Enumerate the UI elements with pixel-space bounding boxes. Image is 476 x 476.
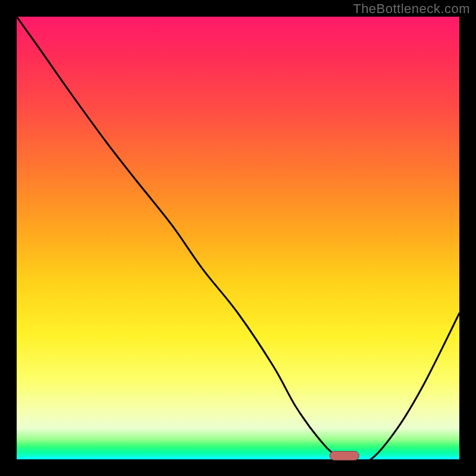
curve-path [17,17,459,459]
page-root: TheBottleneck.com [0,0,476,476]
optimal-marker [329,451,359,461]
bottleneck-curve [17,17,459,459]
plot-area [17,17,459,459]
watermark-text: TheBottleneck.com [353,1,470,17]
